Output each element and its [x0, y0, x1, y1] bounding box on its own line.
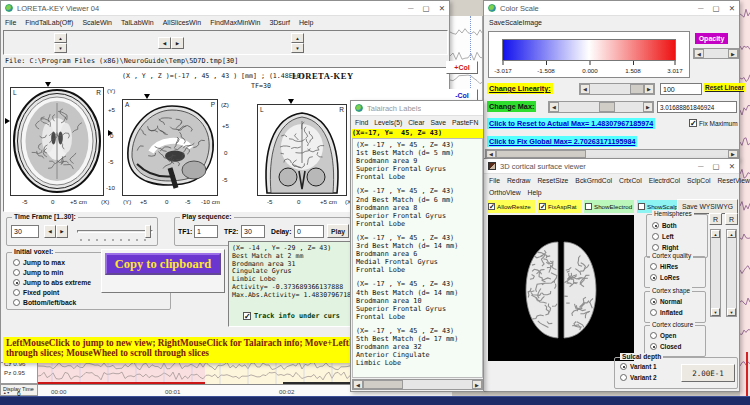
- radio-button[interactable]: [650, 332, 657, 339]
- right-arrow[interactable]: ▶: [472, 380, 482, 389]
- up-arrow[interactable]: ▲: [727, 230, 736, 238]
- taskbar[interactable]: [0, 396, 750, 405]
- reset-linear-link[interactable]: Reset Linear: [704, 83, 745, 92]
- menu-item-find[interactable]: Find: [355, 119, 368, 126]
- delay-input[interactable]: 0: [294, 225, 324, 238]
- menu-item-clear[interactable]: Clear: [408, 119, 424, 126]
- menu-item-tallabwin[interactable]: TalLabWin: [121, 19, 154, 26]
- minimize-button[interactable]: —: [698, 160, 704, 173]
- radio-button[interactable]: [13, 299, 20, 306]
- radio-button[interactable]: [13, 289, 20, 296]
- left-arrow[interactable]: ◀: [580, 84, 590, 94]
- radio-button[interactable]: [650, 274, 657, 281]
- maximize-button[interactable]: ▢: [423, 2, 430, 15]
- tf2-input[interactable]: 30: [241, 225, 265, 238]
- right-button[interactable]: ▶: [56, 225, 68, 238]
- color-scale-titlebar[interactable]: Color Scale — ▢ ✕: [484, 1, 739, 16]
- radio-button[interactable]: [650, 298, 657, 305]
- radio-both[interactable]: Both: [652, 222, 677, 229]
- radio-button[interactable]: [652, 244, 659, 251]
- menu-item-pastefn[interactable]: PasteFN: [452, 119, 478, 126]
- radio-inflated[interactable]: Inflated: [650, 309, 683, 316]
- menu-item-help[interactable]: Help: [299, 19, 313, 26]
- left-arrow[interactable]: ◀: [694, 49, 704, 58]
- radio-bottom-left-back[interactable]: Bottom/left/back: [13, 299, 76, 306]
- close-button[interactable]: ✕: [729, 2, 735, 15]
- menu-item-bckgrndcol[interactable]: BckGrndCol: [575, 177, 612, 184]
- left-arrow[interactable]: ◀: [549, 102, 559, 112]
- menu-item-resetview[interactable]: ResetView: [717, 177, 749, 184]
- radio-jump-to-min[interactable]: Jump to min: [13, 269, 63, 276]
- menu-item-findtallab-off[interactable]: FindTalLab(Off): [25, 19, 73, 26]
- left-button[interactable]: ◀: [158, 37, 171, 49]
- menu-item-scalewin[interactable]: ScaleWin: [82, 19, 112, 26]
- time-frame-input[interactable]: 30: [11, 225, 39, 238]
- opacity-scrollbar[interactable]: ◀ ▶: [693, 48, 739, 59]
- showelectrod-checkbox[interactable]: [585, 203, 592, 210]
- down-arrow[interactable]: ▼: [711, 308, 720, 316]
- radio-button[interactable]: [620, 374, 627, 381]
- menu-item-findmaxminwin[interactable]: FindMaxMinWin: [210, 19, 260, 26]
- slice-spinner-vert-1[interactable]: ▲ ▼: [54, 33, 67, 53]
- right-button[interactable]: ▶: [171, 37, 184, 49]
- menu-item-levels-5[interactable]: Levels(5): [374, 119, 402, 126]
- down-button[interactable]: ▼: [291, 43, 304, 53]
- maximize-button[interactable]: ▢: [713, 2, 720, 15]
- radio-left[interactable]: Left: [652, 233, 674, 240]
- track-info-checkbox[interactable]: ✓: [243, 312, 251, 320]
- reset-actual-max-link[interactable]: Click to Reset to Actual Max= 1.48307967…: [487, 118, 655, 129]
- toggle-showelectrod[interactable]: ShowElectrod: [584, 200, 634, 213]
- tf1-input[interactable]: 1: [194, 225, 218, 238]
- menu-item-help[interactable]: Help: [528, 189, 542, 196]
- up-button[interactable]: ▲: [291, 33, 304, 43]
- talairach-titlebar[interactable]: Talairach Labels: [351, 101, 483, 116]
- max-scrollbar[interactable]: ◀ ▶: [548, 101, 654, 113]
- radio-button[interactable]: [13, 269, 20, 276]
- radio-button[interactable]: [652, 222, 659, 229]
- right-arrow[interactable]: ▶: [728, 150, 738, 158]
- radio-button[interactable]: [650, 343, 657, 350]
- fixasprat-checkbox[interactable]: ✓: [539, 203, 546, 210]
- allowresize-checkbox[interactable]: ✓: [488, 203, 495, 210]
- menu-item-crtxcol[interactable]: CrtxCol: [619, 177, 642, 184]
- left-arrow[interactable]: ◀: [486, 150, 496, 158]
- fix-maximum-checkbox[interactable]: ✓: [689, 119, 697, 127]
- radio-closed[interactable]: Closed: [650, 343, 681, 350]
- radio-variant-2[interactable]: Variant 2: [620, 374, 657, 381]
- coronal-slice[interactable]: L R: [257, 104, 347, 196]
- time-frame-slider[interactable]: [77, 224, 153, 242]
- radio-button[interactable]: [650, 309, 657, 316]
- fix-global-max-link[interactable]: Click to Fix Global Max= 2.7026317119598…: [487, 136, 637, 147]
- radio-normal[interactable]: Normal: [650, 298, 682, 305]
- radio-jump-to-abs-extreme[interactable]: Jump to abs extreme: [13, 279, 91, 286]
- menu-item-sclpcol[interactable]: SclpCol: [687, 177, 710, 184]
- max-input[interactable]: 3.01688861846924: [657, 101, 737, 113]
- radio-jump-to-max[interactable]: Jump to max: [13, 259, 65, 266]
- menu-item-savescaleimage[interactable]: SaveScaleImage: [489, 19, 542, 26]
- fix-maximum-row[interactable]: ✓ Fix Maximum: [689, 119, 738, 127]
- linearity-scrollbar[interactable]: ◀ ▶: [579, 83, 655, 95]
- radio-fixed-point[interactable]: Fixed point: [13, 289, 59, 296]
- rotation-scrollbar-2[interactable]: ▲ ▼: [726, 229, 737, 317]
- right-arrow[interactable]: ▶: [728, 49, 738, 58]
- radio-lores[interactable]: LoRes: [650, 274, 680, 281]
- radio-button[interactable]: [13, 279, 20, 286]
- slice-spinner-horiz[interactable]: ◀ ▶: [158, 37, 184, 49]
- left-button[interactable]: ◀: [44, 225, 56, 238]
- right-arrow[interactable]: ▶: [644, 84, 654, 94]
- menu-item-save[interactable]: Save: [430, 119, 446, 126]
- time-frame-spinner[interactable]: ◀ ▶: [44, 225, 68, 238]
- rotate-button-1[interactable]: R: [709, 213, 722, 225]
- talairach-hscrollbar[interactable]: ◀ ▶: [352, 379, 483, 390]
- minimize-button[interactable]: —: [408, 2, 414, 15]
- rotate-button-2[interactable]: R: [725, 213, 738, 225]
- sulcal-depth-value-button[interactable]: 2.00E-1: [681, 364, 735, 382]
- track-info-row[interactable]: ✓ Track info under curs: [243, 312, 340, 320]
- down-arrow[interactable]: ▼: [727, 308, 736, 316]
- menu-item-3dsurf[interactable]: 3Dsurf: [269, 19, 290, 26]
- menu-item-file[interactable]: File: [5, 19, 16, 26]
- radio-button[interactable]: [650, 263, 657, 270]
- left-arrow[interactable]: ◀: [353, 380, 363, 389]
- minimize-button[interactable]: —: [698, 2, 704, 15]
- close-button[interactable]: ✕: [729, 160, 735, 173]
